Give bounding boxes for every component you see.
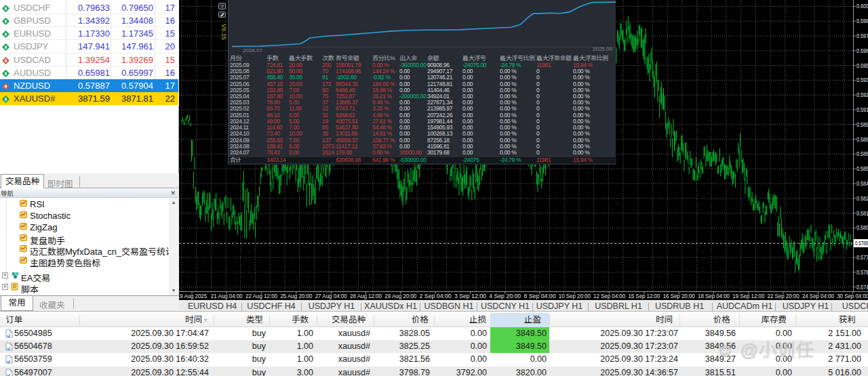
svg-text:0.5896: 0.5896 bbox=[856, 121, 868, 128]
svg-text:0.5761: 0.5761 bbox=[856, 269, 868, 276]
svg-text:0.5748: 0.5748 bbox=[856, 284, 868, 291]
svg-text:16 Sep 20:00: 16 Sep 20:00 bbox=[663, 293, 695, 299]
svg-text:25 Aug 20:00: 25 Aug 20:00 bbox=[280, 293, 312, 299]
svg-text:22 Aug 12:00: 22 Aug 12:00 bbox=[245, 293, 277, 299]
svg-text:27 Aug 04:00: 27 Aug 04:00 bbox=[315, 293, 347, 299]
svg-text:0.5775: 0.5775 bbox=[856, 254, 868, 261]
svg-text:0.5950: 0.5950 bbox=[856, 62, 868, 69]
svg-text:28 Aug 12:00: 28 Aug 12:00 bbox=[350, 293, 382, 299]
svg-text:18 Sep 04:00: 18 Sep 04:00 bbox=[698, 293, 730, 299]
svg-text:0.5977: 0.5977 bbox=[856, 33, 868, 39]
svg-text:12 Sep 04:00: 12 Sep 04:00 bbox=[593, 293, 625, 299]
svg-text:2 Sep 04:00: 2 Sep 04:00 bbox=[420, 293, 452, 299]
svg-text:0.5829: 0.5829 bbox=[856, 195, 868, 202]
svg-text:15 Sep 12:00: 15 Sep 12:00 bbox=[628, 293, 660, 299]
svg-text:0.5923: 0.5923 bbox=[856, 91, 868, 98]
svg-text:0.5991: 0.5991 bbox=[856, 18, 868, 24]
svg-text:0.5869: 0.5869 bbox=[856, 150, 868, 157]
svg-text:0.6004: 0.6004 bbox=[856, 3, 868, 9]
svg-text:19 Sep 12:00: 19 Sep 12:00 bbox=[732, 293, 764, 299]
svg-text:30 Sep 04:00: 30 Sep 04:00 bbox=[837, 293, 868, 299]
svg-text:0.5802: 0.5802 bbox=[856, 224, 868, 231]
svg-text:0.5842: 0.5842 bbox=[856, 180, 868, 187]
svg-text:3 Sep 12:00: 3 Sep 12:00 bbox=[454, 293, 486, 299]
svg-text:19 Aug 2025: 19 Aug 2025 bbox=[179, 293, 207, 299]
svg-text:4 Sep 20:00: 4 Sep 20:00 bbox=[489, 293, 521, 299]
svg-text:8 Sep 04:00: 8 Sep 04:00 bbox=[524, 293, 556, 299]
svg-text:0.5856: 0.5856 bbox=[856, 165, 868, 172]
svg-text:29 Aug 20:00: 29 Aug 20:00 bbox=[384, 293, 416, 299]
svg-text:0.5815: 0.5815 bbox=[856, 210, 868, 217]
svg-text:21 Aug 04:00: 21 Aug 04:00 bbox=[211, 293, 243, 299]
svg-text:0.5964: 0.5964 bbox=[856, 47, 868, 54]
svg-text:0.5883: 0.5883 bbox=[856, 136, 868, 143]
svg-text:0.5937: 0.5937 bbox=[856, 77, 868, 83]
svg-text:22 Sep 20:00: 22 Sep 20:00 bbox=[768, 293, 800, 299]
svg-text:24 Sep 04:00: 24 Sep 04:00 bbox=[802, 293, 834, 299]
svg-text:0.5788: 0.5788 bbox=[855, 240, 868, 247]
svg-text:10 Sep 20:00: 10 Sep 20:00 bbox=[559, 293, 591, 299]
svg-text:0.5910: 0.5910 bbox=[856, 106, 868, 113]
